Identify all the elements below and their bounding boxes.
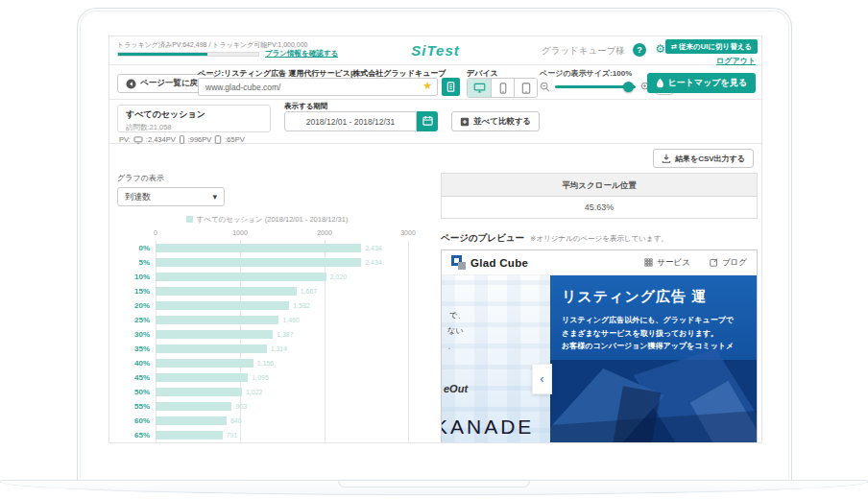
avg-scroll-header: 平均スクロール位置 xyxy=(442,174,757,197)
chart-row: 60%840 xyxy=(117,414,417,428)
export-csv-button[interactable]: 結果をCSV出力する xyxy=(653,149,754,168)
chart-row: 10%2,020 xyxy=(117,270,417,284)
chart-bar-track: 840 xyxy=(156,416,417,425)
chart-row: 25%1,460 xyxy=(117,313,417,327)
chart-row: 15%1,667 xyxy=(117,284,417,298)
slide-text-fragment: で、 xyxy=(449,310,465,321)
chart-bar[interactable] xyxy=(156,416,227,425)
chart-row: 20%1,582 xyxy=(117,298,417,313)
chart-value-label: 1,582 xyxy=(293,302,310,309)
chart-value-label: 1,460 xyxy=(282,317,300,323)
mobile-icon xyxy=(499,83,507,94)
help-icon[interactable]: ? xyxy=(633,43,646,57)
brand-kanade-text: KANADE xyxy=(442,416,534,439)
chart-bar-track: 1,460 xyxy=(156,316,417,324)
chart-value-label: 2,434 xyxy=(365,245,382,251)
preview-column: 平均スクロール位置 45.63% ページのプレビュー ※オリジナルのページを表示… xyxy=(441,173,758,443)
chart-category-label: 30% xyxy=(117,330,150,339)
slide-text-fragment: 、 xyxy=(447,341,455,351)
chart-bar[interactable] xyxy=(156,431,223,440)
zoom-slider[interactable] xyxy=(555,85,636,88)
chart-bar-track: 1,667 xyxy=(156,287,417,296)
url-field-wrap: ★ xyxy=(198,78,438,96)
calendar-button[interactable] xyxy=(417,111,438,131)
page-toolbar: ページ一覧に戻る ページ:リスティング広告 運用代行サービス|株式会社グラッドキ… xyxy=(109,65,761,100)
chart-bar[interactable] xyxy=(156,345,267,353)
settings-gear-icon[interactable]: ⚙ xyxy=(655,42,665,56)
chart-row: 50%1,022 xyxy=(117,385,417,399)
chart-value-label: 1,095 xyxy=(252,374,269,381)
chart-bar[interactable] xyxy=(156,359,253,368)
period-range-field[interactable]: 2018/12/01 - 2018/12/31 xyxy=(284,111,417,131)
slide-body-line: リスティング広告以外にも、グラッドキューブで xyxy=(562,314,734,327)
zoom-out-icon[interactable] xyxy=(540,82,550,92)
preview-site-nav: サービス ブログ xyxy=(644,257,747,269)
chart-row: 5%2,434 xyxy=(117,255,417,270)
chart-category-label: 35% xyxy=(117,345,150,353)
chart-bar-track: 1,095 xyxy=(156,373,417,382)
carousel-prev-button[interactable]: ‹ xyxy=(532,364,552,394)
axis-tick: 0 xyxy=(154,229,157,236)
account-name: グラッドキューブ様 xyxy=(542,45,625,58)
graph-type-select[interactable]: 到達数 ▾ xyxy=(117,187,225,206)
chart-bar[interactable] xyxy=(156,287,297,296)
chart-category-label: 10% xyxy=(117,273,150,281)
url-input[interactable] xyxy=(198,78,438,96)
compare-button-label: 並べて比較する xyxy=(473,116,531,128)
desktop-icon xyxy=(473,83,486,93)
chart-bar[interactable] xyxy=(156,373,248,382)
chart-bar[interactable] xyxy=(156,258,361,267)
chart-value-label: 840 xyxy=(230,417,242,424)
zoom-slider-knob[interactable] xyxy=(623,82,634,92)
chart-category-label: 25% xyxy=(117,316,150,324)
device-switcher xyxy=(467,78,538,98)
axis-tick: 3000 xyxy=(400,229,416,236)
pv-tablet-value: :65PV xyxy=(225,135,244,144)
chart-value-label: 903 xyxy=(235,403,247,410)
pv-desktop-value: :2,434PV xyxy=(146,135,176,144)
chart-value-label: 1,022 xyxy=(246,389,263,395)
page-document-button[interactable] xyxy=(442,78,460,96)
chart-category-label: 60% xyxy=(117,416,150,425)
session-period-row: すべてのセッション 訪問数:21,058 PV: :2,434PV :996PV… xyxy=(109,100,761,144)
gladcube-logo[interactable]: Glad Cube xyxy=(451,255,528,270)
scroll-bar-chart-rows: 0%2,4345%2,43410%2,02015%1,66720%1,58225… xyxy=(117,241,417,443)
session-visit-count: 訪問数:21,058 xyxy=(126,123,262,132)
download-icon xyxy=(662,154,671,163)
compare-side-by-side-button[interactable]: 並べて比較する xyxy=(451,111,540,131)
graph-display-label: グラフの表示 xyxy=(117,173,417,183)
slide-body-line: さまざまなサービスを取り扱っております。 xyxy=(562,327,734,341)
chart-bar[interactable] xyxy=(156,330,273,339)
view-heatmap-button[interactable]: ヒートマップを見る xyxy=(647,73,756,93)
device-tablet-button[interactable] xyxy=(514,79,537,97)
device-desktop-button[interactable] xyxy=(468,79,491,97)
chart-bar-track: 903 xyxy=(156,402,417,411)
chart-category-label: 40% xyxy=(117,359,150,368)
chart-bar-track: 1,582 xyxy=(156,301,417,310)
chart-bar-track: 1,314 xyxy=(156,345,417,353)
chart-bar[interactable] xyxy=(156,301,289,310)
favorite-star-icon[interactable]: ★ xyxy=(422,80,432,92)
chart-bar[interactable] xyxy=(156,316,278,324)
chart-category-label: 55% xyxy=(117,402,150,411)
nav-blog-link[interactable]: ブログ xyxy=(710,257,747,269)
chart-bar[interactable] xyxy=(156,388,242,396)
session-segment-card[interactable]: すべてのセッション 訪問数:21,058 xyxy=(117,105,271,132)
chart-value-label: 791 xyxy=(227,432,238,439)
gladcube-logo-icon xyxy=(451,255,466,270)
chart-bar-track: 1,156 xyxy=(156,359,417,368)
chart-value-label: 1,667 xyxy=(301,288,318,295)
chart-bar[interactable] xyxy=(156,402,231,411)
brand-eout-text: eOut xyxy=(444,383,468,394)
nav-services-link[interactable]: サービス xyxy=(644,257,690,269)
chart-legend: すべてのセッション (2018/12/01 - 2018/12/31) xyxy=(117,215,417,225)
switch-legacy-ui-button[interactable]: ⇄ 従来のUIに切り替える xyxy=(665,39,758,54)
device-mobile-button[interactable] xyxy=(491,79,514,97)
chart-bar[interactable] xyxy=(156,273,326,281)
chart-bar[interactable] xyxy=(156,244,361,252)
chart-value-label: 2,434 xyxy=(365,259,382,266)
chart-bar-track: 1,387 xyxy=(156,330,417,339)
chart-category-label: 0% xyxy=(117,244,150,252)
chart-category-label: 45% xyxy=(117,373,150,382)
desktop-icon xyxy=(133,136,143,144)
